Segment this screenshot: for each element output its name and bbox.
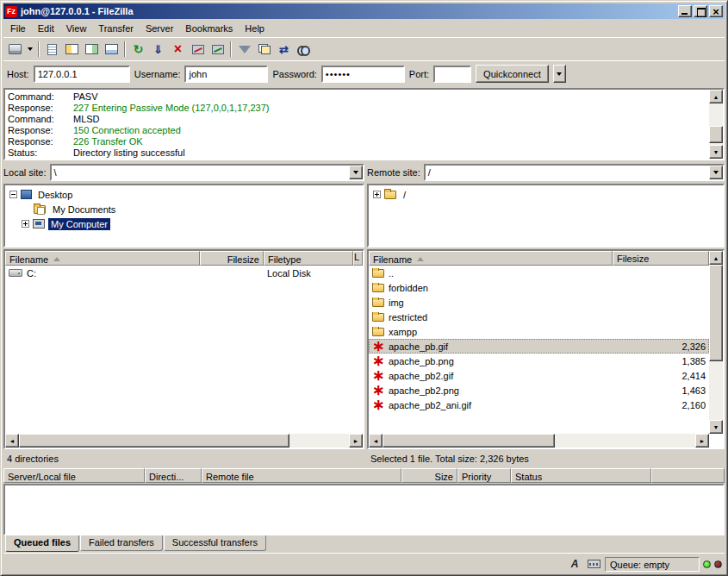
column-header-filename[interactable]: Filename xyxy=(5,251,200,266)
remote-dir-row[interactable]: forbidden xyxy=(369,280,709,295)
menu-edit[interactable]: Edit xyxy=(32,21,60,36)
local-pane: Local site: \ Desktop My Documents xyxy=(3,163,364,466)
remote-file-row[interactable]: apache_pb.png 1,385 xyxy=(369,354,709,368)
column-header-last-modified[interactable]: L xyxy=(353,251,363,266)
folder-icon xyxy=(372,313,384,322)
refresh-button[interactable] xyxy=(128,40,148,59)
menu-file[interactable]: File xyxy=(4,21,32,36)
ascii-type-icon xyxy=(571,558,579,570)
column-header-status[interactable]: Status xyxy=(511,468,651,483)
local-horizontal-scrollbar[interactable] xyxy=(5,434,363,448)
file-name: apache_pb2.gif xyxy=(389,371,453,381)
remote-dir-row[interactable]: img xyxy=(369,295,709,310)
scroll-left-button[interactable] xyxy=(369,434,383,448)
toggle-queue-button[interactable] xyxy=(102,40,121,59)
maximize-button[interactable] xyxy=(694,5,707,17)
sort-asc-icon xyxy=(53,257,60,261)
toggle-remote-tree-button[interactable] xyxy=(82,40,102,59)
remote-dir-row[interactable]: xampp xyxy=(369,324,709,339)
queue-list[interactable] xyxy=(3,484,725,535)
folder-icon xyxy=(372,328,384,336)
menu-view[interactable]: View xyxy=(60,21,93,36)
cancel-button[interactable] xyxy=(168,40,188,59)
remote-file-row[interactable]: apache_pb2.png 1,463 xyxy=(369,383,709,398)
tab-queued-files[interactable]: Queued files xyxy=(5,535,79,552)
menu-help[interactable]: Help xyxy=(239,21,271,36)
disconnect-button[interactable] xyxy=(188,40,208,59)
port-input[interactable] xyxy=(433,66,471,83)
tree-item-my-computer[interactable]: My Computer xyxy=(5,216,363,231)
remote-dir-row[interactable]: .. xyxy=(369,266,709,280)
menu-bookmarks[interactable]: Bookmarks xyxy=(179,21,239,36)
folder-icon xyxy=(372,284,384,292)
expand-icon[interactable] xyxy=(22,220,29,228)
column-header-server-local-file[interactable]: Server/Local file xyxy=(3,468,145,483)
file-type: Local Disk xyxy=(264,268,353,279)
reconnect-button[interactable] xyxy=(208,40,227,59)
scroll-down-button[interactable] xyxy=(709,145,723,159)
tree-item-desktop[interactable]: Desktop xyxy=(5,187,363,202)
image-file-icon xyxy=(372,384,384,397)
remote-site-row: Remote site: / xyxy=(367,163,725,182)
scroll-up-button[interactable] xyxy=(709,251,723,265)
remote-file-row-selected[interactable]: apache_pb.gif 2,326 xyxy=(369,339,709,354)
image-file-icon xyxy=(372,340,384,353)
tab-successful-transfers[interactable]: Successful transfers xyxy=(164,535,266,551)
title-bar[interactable]: john@127.0.0.1 - FileZilla xyxy=(3,3,725,19)
site-manager-dropdown[interactable] xyxy=(25,40,35,59)
tree-item-root[interactable]: / xyxy=(369,187,723,202)
combo-dropdown-button[interactable] xyxy=(349,166,363,179)
filter-button[interactable] xyxy=(234,40,254,59)
tab-failed-transfers[interactable]: Failed transfers xyxy=(80,535,163,551)
scroll-left-button[interactable] xyxy=(5,434,19,448)
column-header-filetype[interactable]: Filetype xyxy=(264,251,353,266)
column-header-priority[interactable]: Priority xyxy=(457,468,511,483)
quickconnect-dropdown[interactable] xyxy=(553,65,566,83)
menu-server[interactable]: Server xyxy=(140,21,179,36)
combo-dropdown-button[interactable] xyxy=(709,166,723,179)
local-site-combobox[interactable]: \ xyxy=(50,164,364,181)
username-input[interactable]: john xyxy=(184,66,268,83)
toggle-message-log-button[interactable] xyxy=(42,40,62,59)
quickconnect-button[interactable]: Quickconnect xyxy=(476,65,549,83)
remote-file-row[interactable]: apache_pb2.gif 2,414 xyxy=(369,368,709,383)
toggle-local-tree-button[interactable] xyxy=(62,40,82,59)
column-header-filesize[interactable]: Filesize xyxy=(613,251,709,266)
scroll-up-button[interactable] xyxy=(709,90,723,103)
column-header-filename[interactable]: Filename xyxy=(369,251,613,266)
remote-horizontal-scrollbar[interactable] xyxy=(369,434,709,448)
file-size: 2,326 xyxy=(613,341,709,352)
remote-dir-row[interactable]: restricted xyxy=(369,310,709,324)
close-button[interactable] xyxy=(709,5,723,17)
host-input[interactable]: 127.0.0.1 xyxy=(34,66,130,83)
collapse-icon[interactable] xyxy=(9,191,17,198)
column-header-direction[interactable]: Directi... xyxy=(145,468,202,483)
menu-transfer[interactable]: Transfer xyxy=(92,21,140,36)
scrollbar-thumb[interactable] xyxy=(19,434,289,448)
scroll-right-button[interactable] xyxy=(695,434,709,448)
process-queue-button[interactable] xyxy=(148,40,168,59)
activity-led-dark xyxy=(714,560,722,568)
local-file-row-c-drive[interactable]: C: Local Disk xyxy=(5,266,363,280)
find-files-button[interactable] xyxy=(294,40,314,59)
synchronized-browsing-button[interactable] xyxy=(274,40,294,59)
password-input[interactable]: •••••• xyxy=(321,66,405,83)
scrollbar-thumb[interactable] xyxy=(383,434,555,448)
column-header-remote-file[interactable]: Remote file xyxy=(202,468,401,483)
column-header-filesize[interactable]: Filesize xyxy=(200,251,264,266)
scroll-down-button[interactable] xyxy=(709,420,723,434)
scrollbar-thumb[interactable] xyxy=(709,126,723,142)
scrollbar-thumb[interactable] xyxy=(709,265,723,361)
directory-comparison-button[interactable] xyxy=(254,40,274,59)
remote-site-combobox[interactable]: / xyxy=(424,164,725,181)
tree-item-my-documents[interactable]: My Documents xyxy=(5,202,363,216)
log-vertical-scrollbar[interactable] xyxy=(709,90,723,159)
minimize-button[interactable] xyxy=(678,5,692,17)
expand-icon[interactable] xyxy=(373,191,381,198)
remote-vertical-scrollbar[interactable] xyxy=(709,251,723,434)
queue-view-icon xyxy=(105,44,118,54)
remote-file-row[interactable]: apache_pb2_ani.gif 2,160 xyxy=(369,398,709,412)
site-manager-button[interactable] xyxy=(5,40,25,59)
scroll-right-button[interactable] xyxy=(349,434,363,448)
column-header-size[interactable]: Size xyxy=(401,468,457,483)
